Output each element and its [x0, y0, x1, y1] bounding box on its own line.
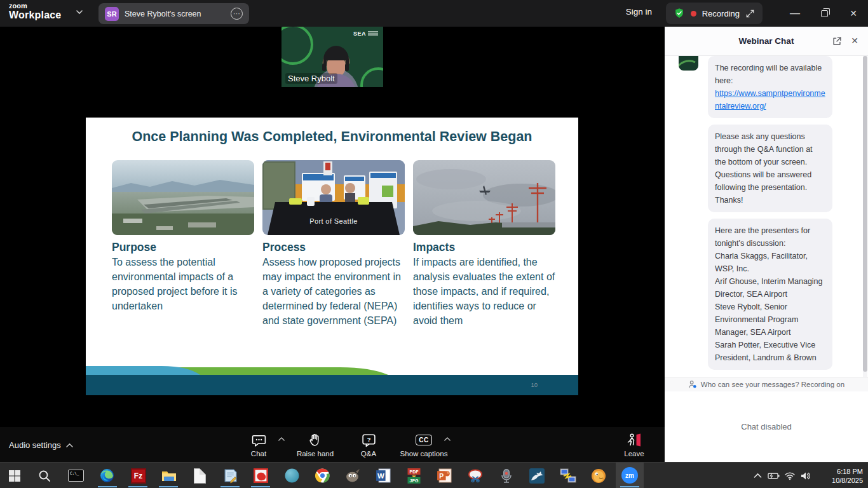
notepad-button[interactable] — [191, 467, 208, 484]
brand-zoom: zoom — [9, 3, 61, 10]
sign-in-button[interactable]: Sign in — [626, 7, 652, 17]
close-button[interactable]: ✕ — [839, 0, 868, 27]
audio-settings-label: Audio settings — [9, 440, 61, 450]
raise-hand-button[interactable]: Raise hand — [288, 431, 342, 458]
privacy-person-icon — [688, 380, 697, 389]
host-avatar — [679, 56, 698, 71]
chat-message: Please ask any questions through the Q&A… — [708, 125, 832, 212]
impacts-heading: Impacts — [413, 241, 555, 254]
battery-charging-icon — [767, 471, 780, 480]
mysql-workbench-icon — [529, 468, 545, 484]
tray-expand-button[interactable] — [750, 468, 766, 484]
tab-more-icon[interactable]: ⋯ — [231, 8, 243, 20]
chat-message: Here are the presenters for tonight's di… — [708, 219, 832, 370]
speaker-video-tile[interactable]: SEA Steve Rybolt — [281, 27, 383, 87]
xnview-button[interactable] — [590, 467, 607, 484]
chevron-down-icon[interactable] — [76, 9, 83, 15]
chat-message-text: The recording will be available here: — [715, 64, 822, 85]
leave-label: Leave — [607, 450, 661, 458]
qa-icon: ? — [361, 432, 377, 448]
port-of-seattle-caption: Port of Seattle — [262, 217, 405, 225]
cmd-icon: C:\_ — [68, 470, 84, 482]
mysql-workbench-button[interactable] — [528, 467, 545, 484]
chrome-button[interactable] — [314, 467, 331, 484]
expand-icon[interactable] — [745, 9, 755, 18]
powerpoint-button[interactable]: P — [436, 467, 453, 484]
tab-avatar-badge: SR — [105, 7, 119, 21]
clock-time: 6:18 PM — [816, 467, 863, 476]
filezilla-active-indicator — [128, 486, 147, 487]
pop-out-icon[interactable] — [831, 36, 843, 47]
powerpoint-glyph: P — [439, 473, 444, 480]
shared-screen-tab[interactable]: SR Steve Rybolt's screen ⋯ — [98, 3, 249, 24]
brand-workplace: Workplace — [9, 10, 61, 21]
snipping-tool-button[interactable] — [467, 467, 484, 484]
recording-dot-icon — [691, 11, 696, 17]
volume-status[interactable] — [797, 468, 813, 484]
battery-status[interactable] — [766, 468, 782, 484]
file-explorer-button[interactable] — [160, 467, 177, 484]
chat-options-caret[interactable] — [278, 437, 285, 442]
voice-recorder-button[interactable] — [498, 467, 515, 484]
purpose-column: Purpose To assess the potential environm… — [112, 160, 254, 328]
minimize-button[interactable]: — — [780, 0, 810, 27]
zoom-active-indicator — [620, 486, 639, 487]
sea-logo-bars — [368, 31, 378, 36]
trend-active-indicator — [251, 486, 270, 487]
windows-start-icon — [8, 469, 22, 483]
chat-input-area: Chat disabled — [665, 391, 868, 462]
recording-link[interactable]: https://www.sampntpenvironmentalreview.o… — [715, 89, 825, 111]
filezilla-button[interactable]: Fz — [130, 467, 147, 484]
slide-footer-bar: 10 — [86, 375, 578, 395]
leave-button[interactable]: Leave — [607, 431, 661, 458]
trend-micro-button[interactable] — [252, 467, 269, 484]
impacts-column: Impacts If impacts are identified, the a… — [413, 160, 555, 328]
file-transfer-button[interactable] — [559, 467, 576, 484]
audio-settings-button[interactable]: Audio settings — [9, 440, 73, 450]
chat-message-list: The recording will be available here: ht… — [665, 56, 868, 377]
chat-bubble-icon — [251, 432, 267, 448]
word-button[interactable]: W — [375, 467, 392, 484]
system-tray: 6:18 PM 10/8/2025 — [750, 463, 868, 488]
zoom-app-icon: zm — [621, 467, 638, 484]
network-status[interactable] — [782, 468, 797, 484]
edge-button[interactable] — [98, 467, 116, 484]
restore-button[interactable] — [810, 0, 839, 27]
raise-hand-icon — [308, 432, 323, 448]
show-captions-button[interactable]: CC Show captions — [397, 431, 451, 458]
close-chat-icon[interactable]: ✕ — [849, 35, 860, 46]
pdf-to-jpg-icon: PDFJPG — [406, 468, 422, 484]
search-button[interactable] — [36, 467, 53, 484]
leave-icon — [626, 432, 642, 448]
pdf-to-jpg-button[interactable]: PDFJPG — [405, 467, 423, 484]
palemoon-button[interactable] — [283, 467, 301, 484]
palemoon-icon — [284, 468, 300, 484]
powerpoint-icon: P — [437, 468, 452, 484]
taskbar-clock[interactable]: 6:18 PM 10/8/2025 — [816, 467, 863, 485]
sea-logo-text: SEA — [353, 30, 366, 37]
raise-hand-label: Raise hand — [288, 450, 342, 458]
chat-scrollbar-track[interactable] — [863, 56, 867, 377]
qa-glyph: ? — [367, 437, 370, 443]
qa-label: Q&A — [342, 450, 395, 458]
chat-button[interactable]: Chat — [232, 431, 285, 458]
airplane-approach-photo — [413, 160, 555, 235]
outreach-booth-photo: Port of Seattle — [262, 160, 405, 235]
edge-active-indicator — [98, 486, 117, 487]
qa-button[interactable]: ? Q&A — [342, 431, 395, 458]
titlebar: zoom Workplace SR Steve Rybolt's screen … — [0, 0, 868, 27]
process-body: Assess how proposed projects may impact … — [262, 255, 405, 328]
chat-header: Webinar Chat ✕ — [665, 27, 868, 56]
start-button[interactable] — [6, 467, 23, 484]
command-prompt-button[interactable]: C:\_ — [67, 467, 85, 484]
presentation-slide: Once Planning Was Completed, Environment… — [86, 118, 578, 395]
captions-options-caret[interactable] — [444, 437, 451, 442]
filezilla-icon: Fz — [131, 468, 146, 484]
notepad2-button[interactable] — [222, 467, 239, 484]
gimp-button[interactable] — [344, 467, 362, 484]
chat-scrollbar-thumb[interactable] — [863, 56, 867, 372]
chat-privacy-bar[interactable]: Who can see your messages? Recording on — [665, 377, 868, 391]
chat-message: The recording will be available here: ht… — [708, 56, 832, 118]
zoom-app-button[interactable]: zm — [616, 463, 644, 488]
security-shield-icon[interactable] — [674, 8, 685, 19]
